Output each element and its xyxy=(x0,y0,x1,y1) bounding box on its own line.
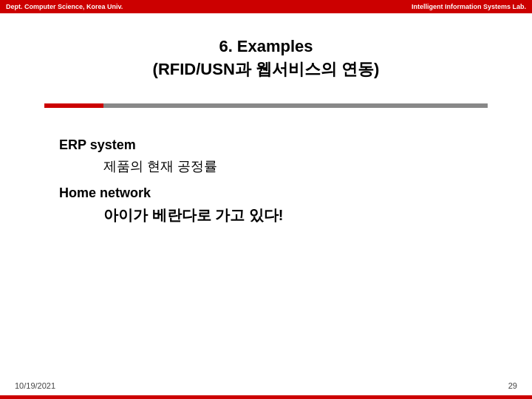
main-content: 6. Examples (RFID/USN과 웹서비스의 연동) ERP sys… xyxy=(0,13,532,240)
header-left-text: Dept. Computer Science, Korea Univ. xyxy=(6,3,123,10)
footer: 10/19/2021 29 xyxy=(0,381,532,390)
title-section: 6. Examples (RFID/USN과 웹서비스의 연동) xyxy=(153,35,380,81)
home-network-label: Home network xyxy=(59,185,488,201)
header-bar: Dept. Computer Science, Korea Univ. Inte… xyxy=(0,0,532,13)
footer-bar xyxy=(0,395,532,399)
home-sub-text: 아이가 베란다로 가고 있다! xyxy=(103,205,488,225)
header-right-text: Intelligent Information Systems Lab. xyxy=(412,3,526,10)
footer-page-number: 29 xyxy=(508,381,517,390)
erp-system-label: ERP system xyxy=(59,137,488,153)
divider-red-accent xyxy=(44,103,103,108)
footer-date: 10/19/2021 xyxy=(15,381,55,390)
content-section: ERP system 제품의 현재 공정률 Home network 아이가 베… xyxy=(44,137,488,225)
slide-title-line1: 6. Examples (RFID/USN과 웹서비스의 연동) xyxy=(153,35,380,81)
erp-sub-text: 제품의 현재 공정률 xyxy=(103,157,488,175)
section-divider xyxy=(44,103,488,108)
